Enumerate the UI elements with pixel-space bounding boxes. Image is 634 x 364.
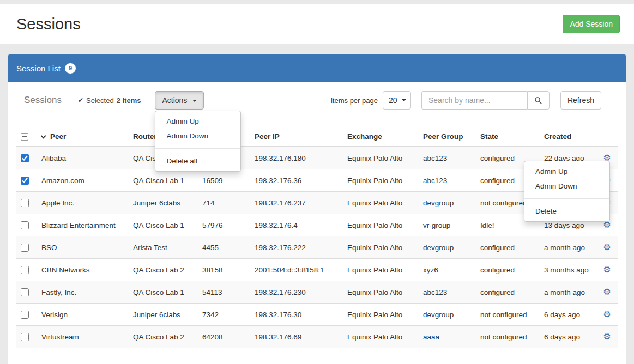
actions-button[interactable]: Actions (155, 91, 204, 110)
row-checkbox[interactable] (21, 244, 29, 252)
row-checkbox[interactable] (21, 154, 29, 162)
cell-actions: ⚙ (596, 326, 618, 348)
cell-asn: 16509 (198, 169, 250, 192)
items-per-page-select[interactable]: 20 (383, 91, 411, 110)
gear-icon[interactable]: ⚙ (603, 242, 611, 252)
menu-item-admin-down[interactable]: Admin Down (155, 129, 240, 143)
cell-actions: ⚙ (596, 236, 618, 259)
cell-peer-ip: 198.32.176.36 (250, 169, 343, 192)
search-group (421, 91, 550, 110)
gear-icon[interactable]: ⚙ (603, 287, 611, 296)
row-checkbox[interactable] (21, 177, 29, 185)
col-header-state[interactable]: State (476, 127, 540, 147)
col-header-created[interactable]: Created (540, 127, 596, 147)
search-button[interactable] (527, 91, 550, 110)
cell-peer-group: abc123 (419, 281, 476, 304)
gear-icon[interactable]: ⚙ (603, 265, 611, 274)
session-count-badge: 9 (65, 63, 76, 74)
cell-peer: Blizzard Entertainment (37, 214, 129, 236)
cell-router: QA Cisco Lab 1 (129, 214, 198, 236)
actions-dropdown: Actions Admin Up Admin Down Delete all (155, 91, 204, 110)
page-title: Sessions (16, 15, 81, 33)
sort-desc-icon (41, 134, 46, 139)
cell-checkbox (16, 236, 37, 259)
cell-peer: Amazon.com (37, 169, 129, 192)
cell-exchange: Equinix Palo Alto (343, 169, 419, 192)
cell-exchange: Equinix Palo Alto (343, 326, 419, 348)
cell-exchange: Equinix Palo Alto (343, 259, 419, 281)
cell-peer: BSO (37, 236, 129, 259)
actions-menu: Admin Up Admin Down Delete all (155, 111, 241, 172)
select-all-header (16, 127, 37, 147)
select-all-checkbox[interactable] (21, 133, 28, 141)
cell-checkbox (16, 192, 37, 214)
cell-asn: 54113 (198, 281, 250, 304)
cell-peer-ip: 198.32.176.237 (250, 192, 343, 214)
add-session-button[interactable]: Add Session (563, 15, 620, 33)
cell-peer-ip: 198.32.176.180 (250, 147, 343, 169)
items-per-page-value: 20 (389, 96, 397, 105)
cell-peer: Virtustream (37, 326, 129, 348)
cell-created: 6 days ago (540, 304, 596, 326)
cell-exchange: Equinix Palo Alto (343, 236, 419, 259)
row-actions-menu: Admin Up Admin Down Delete (524, 161, 610, 222)
col-header-exchange[interactable]: Exchange (343, 127, 419, 147)
col-header-peer[interactable]: Peer (37, 127, 129, 147)
selected-count: 2 items (117, 96, 141, 105)
row-menu-item-admin-down[interactable]: Admin Down (524, 179, 609, 193)
cell-asn: 64208 (198, 326, 250, 348)
cell-state: configured (476, 236, 540, 259)
cell-checkbox (16, 214, 37, 236)
menu-item-admin-up[interactable]: Admin Up (155, 114, 240, 129)
row-checkbox[interactable] (21, 333, 29, 341)
cell-exchange: Equinix Palo Alto (343, 281, 419, 304)
cell-peer-group: abc123 (419, 169, 476, 192)
table-row: Virtustream QA Cisco Lab 2 64208 198.32.… (16, 326, 618, 348)
table-row: BSO Arista Test 4455 198.32.176.222 Equi… (16, 236, 618, 259)
cell-router: QA Cisco Lab 1 (129, 169, 198, 192)
selected-summary: ✔ Selected 2 items (78, 96, 141, 105)
cell-created: 6 days ago (540, 326, 596, 348)
items-per-page-label: items per page (331, 96, 378, 105)
table-row: Verisign Juniper 6clabs 7342 198.32.176.… (16, 304, 618, 326)
menu-item-delete-all[interactable]: Delete all (155, 154, 240, 168)
page-header: Sessions Add Session (0, 4, 634, 44)
search-input[interactable] (421, 91, 527, 110)
cell-router: QA Cisco Lab 1 (129, 281, 198, 304)
cell-peer: Alibaba (37, 147, 129, 169)
menu-divider (155, 148, 240, 149)
row-checkbox[interactable] (21, 311, 29, 319)
cell-checkbox (16, 326, 37, 348)
row-checkbox[interactable] (21, 221, 29, 229)
cell-peer-ip: 198.32.176.230 (250, 281, 343, 304)
cell-checkbox (16, 281, 37, 304)
row-menu-item-admin-up[interactable]: Admin Up (524, 164, 609, 179)
gear-icon[interactable]: ⚙ (603, 332, 611, 341)
row-checkbox[interactable] (21, 288, 29, 296)
panel-title: Session List (16, 63, 61, 74)
cell-state: configured (476, 259, 540, 281)
row-menu-item-delete[interactable]: Delete (524, 204, 609, 219)
refresh-button[interactable]: Refresh (560, 91, 601, 110)
toolbar: Sessions ✔ Selected 2 items Actions Admi… (16, 91, 618, 110)
selected-label: Selected (86, 96, 114, 105)
cell-exchange: Equinix Palo Alto (343, 192, 419, 214)
col-header-peer-ip[interactable]: Peer IP (250, 127, 343, 147)
panel-body: Sessions ✔ Selected 2 items Actions Admi… (8, 82, 626, 364)
cell-exchange: Equinix Palo Alto (343, 214, 419, 236)
cell-actions: ⚙ (596, 281, 618, 304)
cell-asn: 38158 (198, 259, 250, 281)
table-row: CBN Networks QA Cisco Lab 2 38158 2001:5… (16, 259, 618, 281)
cell-checkbox (16, 259, 37, 281)
cell-peer-group: vr-group (419, 214, 476, 236)
table-header-row: Peer Router ASN Peer IP Exchange Peer Gr… (16, 127, 618, 147)
cell-peer: Fastly, Inc. (37, 281, 129, 304)
row-checkbox[interactable] (21, 266, 29, 274)
cell-peer-ip: 198.32.176.4 (250, 214, 343, 236)
row-checkbox[interactable] (21, 199, 29, 207)
cell-state: not configured (476, 326, 540, 348)
cell-peer: Verisign (37, 304, 129, 326)
col-header-peer-label: Peer (50, 132, 66, 141)
gear-icon[interactable]: ⚙ (603, 310, 611, 319)
col-header-peer-group[interactable]: Peer Group (419, 127, 476, 147)
